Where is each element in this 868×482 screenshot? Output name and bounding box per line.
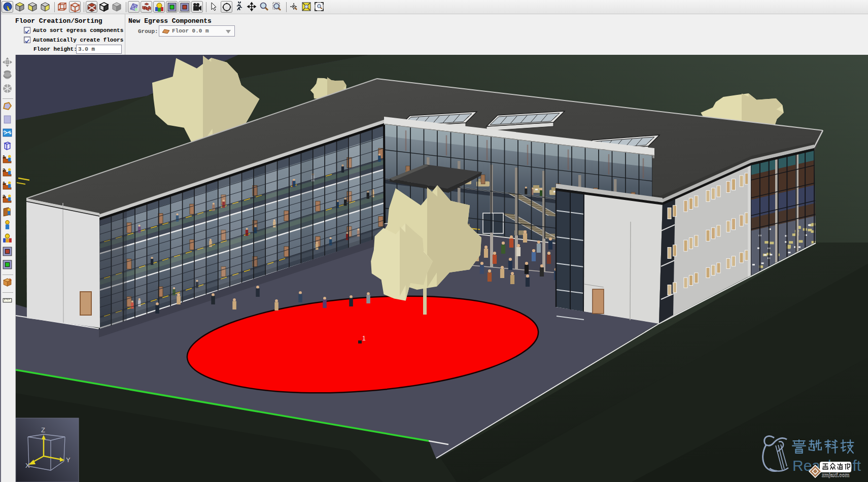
- svg-text:2: 2: [3, 167, 5, 173]
- svg-text:1: 1: [3, 180, 5, 186]
- svg-text:1: 1: [3, 154, 5, 159]
- svg-text:Y: Y: [66, 456, 71, 464]
- svg-text:1: 1: [362, 335, 366, 342]
- svg-text:X: X: [25, 462, 30, 469]
- svg-text:zmjaxf.com: zmjaxf.com: [822, 472, 850, 478]
- svg-text:Z: Z: [41, 426, 45, 434]
- svg-text:2: 2: [3, 193, 5, 199]
